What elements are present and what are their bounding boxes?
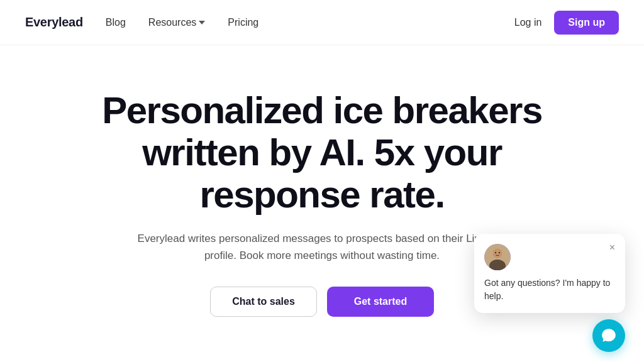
- get-started-button[interactable]: Get started: [327, 287, 434, 317]
- login-button[interactable]: Log in: [514, 17, 542, 28]
- nav-blog-link[interactable]: Blog: [106, 17, 126, 28]
- nav-pricing-link[interactable]: Pricing: [228, 17, 258, 28]
- hero-subtitle: Everylead writes personalized messages t…: [127, 230, 517, 264]
- nav-right: Log in Sign up: [514, 11, 619, 35]
- svg-point-3: [493, 249, 502, 258]
- chat-popup-header: ×: [484, 244, 615, 270]
- nav-resources-link[interactable]: Resources: [148, 17, 205, 28]
- chevron-down-icon: [199, 21, 205, 25]
- avatar: [484, 244, 511, 270]
- signup-button[interactable]: Sign up: [554, 11, 619, 35]
- svg-point-5: [499, 252, 500, 253]
- chat-popup-close-button[interactable]: ×: [609, 243, 615, 253]
- chat-icon: [601, 327, 617, 344]
- chat-to-sales-button[interactable]: Chat to sales: [210, 287, 317, 317]
- chat-popup-message: Got any questions? I'm happy to help.: [484, 277, 615, 303]
- logo: Everylead: [25, 15, 83, 30]
- navbar: Everylead Blog Resources Pricing Log in …: [0, 0, 644, 45]
- svg-point-4: [495, 252, 496, 253]
- hero-buttons: Chat to sales Get started: [210, 287, 434, 317]
- hero-title: Personalized ice breakers written by AI.…: [102, 89, 542, 216]
- chat-bubble-button[interactable]: [592, 319, 625, 352]
- nav-left: Everylead Blog Resources Pricing: [25, 15, 258, 30]
- chat-popup: × Got any questions? I'm happy to help.: [474, 234, 625, 313]
